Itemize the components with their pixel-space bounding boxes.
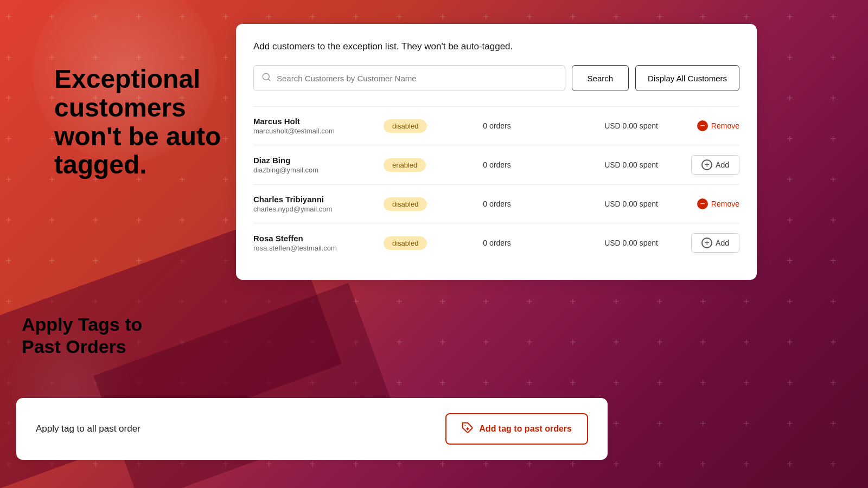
cross-decoration: + bbox=[656, 458, 663, 471]
action-col: − Remove bbox=[674, 198, 739, 209]
cross-decoration: + bbox=[830, 52, 837, 64]
cross-decoration: + bbox=[613, 336, 620, 349]
cross-decoration: + bbox=[613, 377, 620, 389]
cross-decoration: + bbox=[570, 458, 576, 471]
cross-decoration: + bbox=[743, 418, 750, 430]
status-badge-col: enabled bbox=[384, 158, 443, 172]
customer-info: Diaz Bing diazbing@ymail.com bbox=[253, 156, 384, 174]
cross-decoration: + bbox=[396, 296, 403, 308]
search-input[interactable] bbox=[277, 74, 557, 83]
hero-text: Exceptional customers won't be auto tagg… bbox=[54, 65, 222, 179]
cross-decoration: + bbox=[830, 255, 837, 267]
cross-decoration: + bbox=[439, 336, 446, 349]
cross-decoration: + bbox=[830, 11, 837, 23]
status-badge: enabled bbox=[384, 158, 426, 172]
customer-email: charles.nypd@ymail.com bbox=[253, 205, 384, 213]
cross-decoration: + bbox=[613, 418, 620, 430]
cross-decoration: + bbox=[266, 458, 272, 471]
table-row: Diaz Bing diazbing@ymail.com enabled 0 o… bbox=[253, 145, 739, 184]
customer-name: Marcus Holt bbox=[253, 117, 384, 126]
status-badge: disabled bbox=[384, 119, 427, 133]
tag-icon bbox=[462, 422, 474, 436]
search-button[interactable]: Search bbox=[572, 65, 629, 91]
cross-decoration: + bbox=[353, 458, 359, 471]
cross-decoration: + bbox=[830, 377, 837, 389]
cross-decoration: + bbox=[656, 418, 663, 430]
main-card: Add customers to the exception list. The… bbox=[236, 24, 757, 280]
customer-info: Marcus Holt marcusholt@testmail.com bbox=[253, 117, 384, 135]
cross-decoration: + bbox=[743, 336, 750, 349]
add-tag-past-orders-button[interactable]: Add tag to past orders bbox=[445, 413, 588, 445]
status-badge-col: disabled bbox=[384, 197, 443, 211]
search-box bbox=[253, 65, 565, 91]
cross-decoration: + bbox=[483, 11, 489, 23]
customer-name: Diaz Bing bbox=[253, 156, 384, 165]
customer-name: Charles Tribiyanni bbox=[253, 195, 384, 204]
table-row: Rosa Steffen rosa.steffen@testmail.com d… bbox=[253, 223, 739, 262]
display-all-button[interactable]: Display All Customers bbox=[635, 65, 739, 91]
cross-decoration: + bbox=[396, 377, 403, 389]
cross-decoration: + bbox=[743, 377, 750, 389]
orders-col: 0 orders bbox=[443, 121, 551, 130]
cross-decoration: + bbox=[526, 377, 533, 389]
cross-decoration: + bbox=[787, 52, 793, 64]
bottom-bar: Apply tag to all past order Add tag to p… bbox=[16, 398, 608, 460]
remove-button[interactable]: − Remove bbox=[697, 198, 739, 209]
customer-email: rosa.steffen@testmail.com bbox=[253, 244, 384, 252]
add-icon: + bbox=[701, 159, 712, 170]
cross-decoration: + bbox=[439, 11, 446, 23]
apply-text: Apply Tags to Past Orders bbox=[22, 313, 222, 358]
cross-decoration: + bbox=[396, 11, 403, 23]
card-header: Add customers to the exception list. The… bbox=[253, 41, 739, 52]
cross-decoration: + bbox=[439, 377, 446, 389]
cross-decoration: + bbox=[483, 296, 489, 308]
cross-decoration: + bbox=[526, 458, 533, 471]
cross-decoration: + bbox=[830, 296, 837, 308]
spent-col: USD 0.00 spent bbox=[551, 239, 674, 247]
cross-decoration: + bbox=[526, 336, 533, 349]
remove-label: Remove bbox=[711, 200, 739, 208]
cross-decoration: + bbox=[700, 377, 706, 389]
cross-decoration: + bbox=[656, 11, 663, 23]
cross-decoration: + bbox=[787, 11, 793, 23]
remove-icon: − bbox=[697, 120, 708, 131]
cross-decoration: + bbox=[787, 133, 793, 145]
customer-info: Charles Tribiyanni charles.nypd@ymail.co… bbox=[253, 195, 384, 213]
cross-decoration: + bbox=[570, 11, 576, 23]
cross-decoration: + bbox=[743, 458, 750, 471]
spent-col: USD 0.00 spent bbox=[551, 200, 674, 208]
status-badge: disabled bbox=[384, 236, 427, 250]
cross-decoration: + bbox=[613, 11, 620, 23]
cross-decoration: + bbox=[656, 296, 663, 308]
status-badge: disabled bbox=[384, 197, 427, 211]
action-col: + Add bbox=[674, 155, 739, 175]
cross-decoration: + bbox=[439, 296, 446, 308]
remove-button[interactable]: − Remove bbox=[697, 120, 739, 131]
orders-col: 0 orders bbox=[443, 200, 551, 208]
action-col: − Remove bbox=[674, 120, 739, 131]
cross-decoration: + bbox=[830, 418, 837, 430]
add-icon: + bbox=[701, 237, 712, 248]
cross-decoration: + bbox=[830, 174, 837, 186]
add-button[interactable]: + Add bbox=[691, 233, 739, 253]
cross-decoration: + bbox=[570, 377, 576, 389]
customer-info: Rosa Steffen rosa.steffen@testmail.com bbox=[253, 234, 384, 252]
cross-decoration: + bbox=[439, 458, 446, 471]
cross-decoration: + bbox=[656, 377, 663, 389]
cross-decoration: + bbox=[787, 418, 793, 430]
add-tag-past-orders-label: Add tag to past orders bbox=[479, 424, 572, 434]
cross-decoration: + bbox=[787, 458, 793, 471]
cross-decoration: + bbox=[830, 214, 837, 227]
cross-decoration: + bbox=[570, 336, 576, 349]
cross-decoration: + bbox=[309, 458, 316, 471]
table-row: Charles Tribiyanni charles.nypd@ymail.co… bbox=[253, 184, 739, 223]
cross-decoration: + bbox=[483, 336, 489, 349]
spent-col: USD 0.00 spent bbox=[551, 121, 674, 130]
add-button[interactable]: + Add bbox=[691, 155, 739, 175]
cross-decoration: + bbox=[787, 377, 793, 389]
cross-decoration: + bbox=[700, 296, 706, 308]
action-col: + Add bbox=[674, 233, 739, 253]
cross-decoration: + bbox=[396, 458, 403, 471]
cross-decoration: + bbox=[266, 11, 272, 23]
svg-line-1 bbox=[268, 79, 270, 80]
